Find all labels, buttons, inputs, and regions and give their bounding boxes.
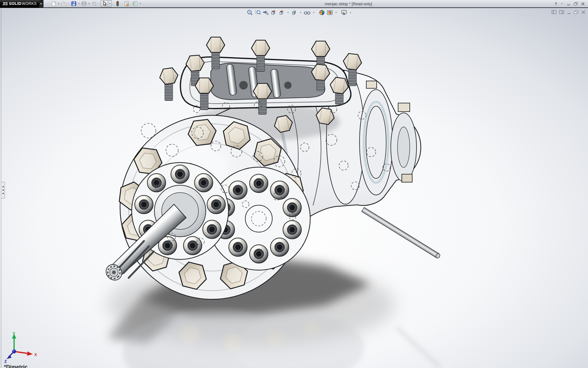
undo-caret: ▾ [97, 0, 101, 7]
split-pane-right-icon[interactable] [559, 10, 564, 14]
collapse-arrow-icon [2, 193, 4, 194]
file-properties-button[interactable] [123, 0, 130, 7]
apply-scene-icon [327, 10, 333, 16]
triad-z-label: Z [4, 359, 7, 363]
solidworks-logo: 3S SOLID WORKS [0, 0, 39, 8]
minimize-icon[interactable] [567, 2, 571, 6]
options-caret[interactable]: ▾ [139, 0, 142, 7]
zoom-to-area-button[interactable] [255, 10, 261, 16]
doc-minimize-icon[interactable] [567, 10, 571, 14]
brand-name-bold: SOLID [9, 2, 21, 6]
options-button[interactable] [132, 0, 139, 7]
view-settings-caret[interactable]: ▾ [349, 11, 352, 14]
section-view-button[interactable] [271, 10, 277, 16]
zoom-to-fit-icon [247, 10, 253, 16]
view-orientation-icon [279, 10, 285, 16]
gearbox-3d-model[interactable] [0, 9, 588, 368]
close-icon[interactable] [581, 2, 585, 6]
hide-show-items-button[interactable] [304, 10, 311, 16]
apply-scene-button[interactable] [327, 10, 333, 16]
select-tool-button[interactable] [101, 0, 108, 7]
split-pane-left-icon[interactable] [552, 10, 556, 14]
help-button[interactable]: ? [555, 2, 557, 6]
document-window-controls [552, 10, 586, 14]
collapse-arrow-icon [2, 189, 4, 191]
section-view-icon [271, 10, 277, 16]
menu-expand-button[interactable]: ▶ [39, 0, 43, 8]
open-caret: ▾ [67, 0, 70, 7]
solidworks-window: 3S SOLID WORKS ▶ ▾ ▾ [0, 0, 588, 368]
view-orientation-label: *Dimetric [4, 364, 28, 368]
collapse-arrow-icon [2, 186, 4, 188]
view-settings-icon [341, 10, 347, 16]
doc-restore-icon[interactable] [574, 10, 579, 14]
feature-panel-collapse-tab[interactable] [1, 182, 5, 198]
apply-scene-caret[interactable]: ▾ [335, 11, 337, 14]
zoom-to-fit-button[interactable] [247, 10, 253, 16]
view-orientation-caret[interactable]: ▾ [287, 11, 289, 14]
brand-glyph: 3S [2, 2, 8, 6]
triad-y-label: Y [13, 331, 15, 336]
open-icon [61, 1, 66, 6]
previous-view-icon [263, 10, 269, 16]
display-style-button[interactable] [291, 10, 297, 16]
undo-button [91, 0, 97, 7]
select-icon [102, 1, 107, 6]
help-caret[interactable]: ▾ [560, 0, 564, 7]
options-icon [133, 1, 138, 6]
display-style-icon [291, 10, 297, 16]
window-title: menjac sklop * [Read-only] [142, 2, 555, 6]
print-caret[interactable]: ▾ [87, 0, 91, 7]
print-button[interactable] [81, 0, 87, 7]
zoom-to-area-icon [255, 10, 261, 16]
print-icon [81, 1, 87, 6]
view-settings-button[interactable] [341, 10, 347, 16]
rebuild-button[interactable] [114, 0, 121, 7]
new-document-button[interactable] [50, 0, 57, 7]
save-icon [71, 1, 77, 6]
triad-x-label: X [34, 352, 37, 357]
save-button[interactable] [70, 0, 77, 7]
edit-appearance-button[interactable] [319, 10, 325, 16]
view-orientation-button[interactable] [279, 10, 285, 16]
edit-appearance-icon [319, 10, 325, 16]
new-document-icon [51, 1, 56, 6]
window-titlebar: 3S SOLID WORKS ▶ ▾ ▾ [0, 0, 588, 8]
doc-close-icon[interactable] [581, 10, 586, 14]
hide-show-items-caret[interactable]: ▾ [312, 11, 315, 14]
restore-icon[interactable] [574, 2, 578, 6]
reference-triad: Y X Z [4, 331, 39, 363]
previous-view-button[interactable] [263, 10, 269, 16]
new-document-caret[interactable]: ▾ [57, 0, 60, 7]
select-tool-caret[interactable]: ▾ [108, 0, 112, 7]
graphics-area: ▾ ▾ ▾ [0, 9, 588, 368]
display-style-caret[interactable]: ▾ [299, 11, 302, 14]
file-properties-icon [124, 1, 130, 6]
headsup-view-toolbar: ▾ ▾ ▾ [247, 10, 352, 16]
save-caret[interactable]: ▾ [77, 0, 81, 7]
open-button[interactable] [60, 0, 67, 7]
brand-name-light: WORKS [22, 2, 37, 6]
rebuild-icon [115, 1, 120, 6]
window-controls: ? ▾ [555, 0, 588, 7]
main-toolbar: ▾ ▾ ▾ [50, 0, 142, 7]
hide-show-items-icon [304, 10, 311, 16]
undo-icon [91, 1, 97, 6]
